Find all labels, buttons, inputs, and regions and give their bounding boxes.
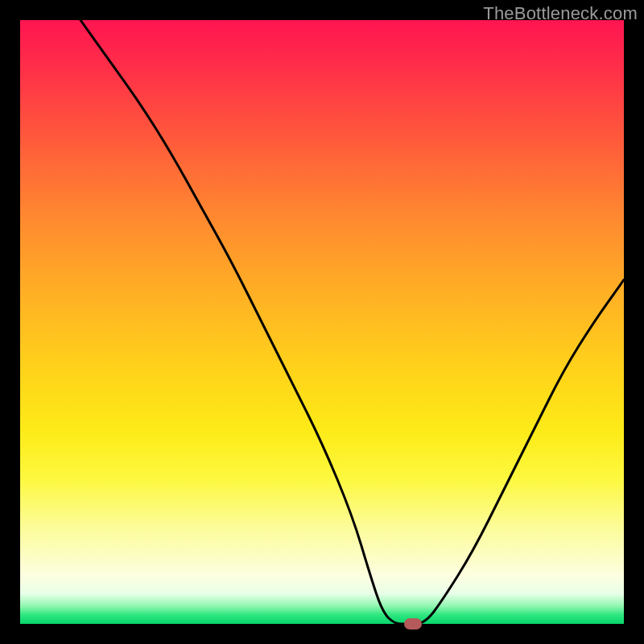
plot-area xyxy=(20,20,624,624)
bottleneck-chart: TheBottleneck.com xyxy=(0,0,644,644)
optimum-marker xyxy=(404,618,422,630)
watermark-text: TheBottleneck.com xyxy=(483,3,638,24)
bottleneck-curve xyxy=(20,20,624,624)
